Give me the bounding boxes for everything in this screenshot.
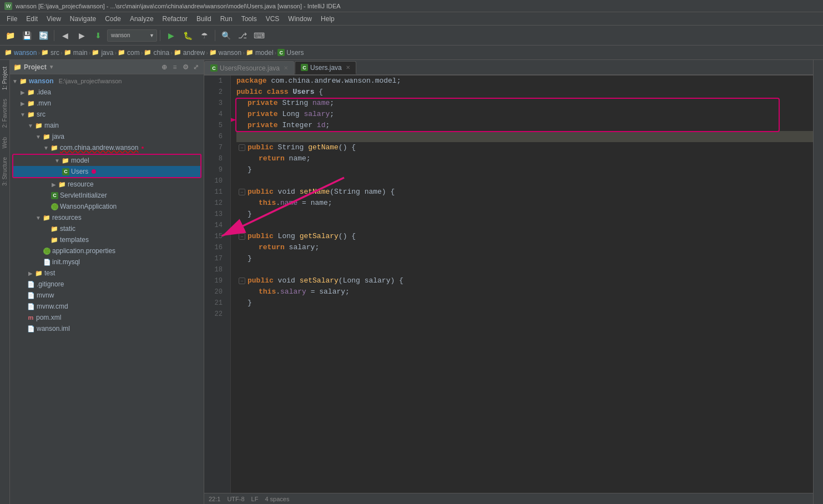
sidebar-tab-structure[interactable]: 3: Structure [1, 153, 9, 190]
tree-wanson-iml[interactable]: ▶ 📄 wanson.iml [10, 323, 204, 334]
bc-src[interactable]: 📁 src [41, 49, 59, 57]
bc-wanson[interactable]: 📁 wanson [4, 49, 37, 57]
code-line-22[interactable] [236, 309, 813, 320]
tree-mvnw-cmd[interactable]: ▶ 📄 mvnw.cmd [10, 301, 204, 312]
code-line-17[interactable]: } [236, 253, 813, 264]
code-line-2[interactable]: public class Users { [236, 87, 813, 98]
code-line-11[interactable]: − public void setName(String name) { [236, 187, 813, 198]
code-line-7[interactable]: − public String getName() { [236, 142, 813, 153]
tree-mvnw[interactable]: ▶ 📄 mvnw [10, 290, 204, 301]
sidebar-tab-web[interactable]: Web [1, 133, 9, 153]
tree-test[interactable]: ▶ 📁 test [10, 268, 204, 279]
tree-gitignore[interactable]: ▶ 📄 .gitignore [10, 279, 204, 290]
tree-root-wanson[interactable]: ▼ 📁 wanson E:\java_project\wanson [10, 75, 204, 87]
terminal-icon[interactable]: ⌨ [251, 28, 267, 43]
tree-src[interactable]: ▼ 📁 src [10, 109, 204, 120]
code-line-5[interactable]: private Integer id; [236, 120, 813, 131]
tree-java[interactable]: ▼ 📁 java [10, 131, 204, 142]
menu-view[interactable]: View [42, 12, 65, 25]
run-icon[interactable]: ▶ [163, 28, 179, 43]
tab-usersresource-close[interactable]: ✕ [284, 65, 288, 71]
bc-com[interactable]: 📁 com [118, 49, 140, 57]
app-icon: W [4, 2, 12, 10]
menu-window[interactable]: Window [284, 12, 316, 25]
code-line-3[interactable]: private String name; [236, 98, 813, 109]
tree-idea[interactable]: ▶ 📁 .idea [10, 87, 204, 98]
tree-main[interactable]: ▼ 📁 main [10, 120, 204, 131]
forward-icon[interactable]: ▶ [74, 28, 89, 43]
build-icon[interactable]: ⬇ [90, 28, 106, 43]
tree-package[interactable]: ▼ 📁 com.china.andrew.wanson [10, 142, 204, 153]
search-icon[interactable]: 🔍 [218, 28, 234, 43]
settings-icon[interactable]: ⚙ [181, 63, 190, 72]
expand-icon[interactable]: ⤢ [191, 63, 200, 72]
debug-icon[interactable]: 🐛 [180, 28, 195, 43]
bc-model[interactable]: 📁 model [246, 49, 274, 57]
tree-templates[interactable]: ▶ 📁 templates [10, 234, 204, 245]
sidebar-tab-favorites[interactable]: 2: Favorites [1, 94, 9, 132]
fold-19[interactable]: − [239, 278, 245, 284]
fold-11[interactable]: − [239, 189, 245, 195]
tab-users-close[interactable]: ✕ [346, 64, 350, 70]
tree-model[interactable]: ▼ 📁 model [13, 155, 200, 166]
project-icon[interactable]: 📁 [2, 28, 18, 43]
code-line-19[interactable]: − public void setSalary(Long salary) { [236, 275, 813, 286]
code-line-10[interactable] [236, 175, 813, 187]
menu-run[interactable]: Run [216, 12, 237, 25]
fold-15[interactable]: − [239, 233, 245, 240]
fold-7[interactable]: − [239, 144, 245, 151]
code-line-9[interactable]: } [236, 164, 813, 175]
code-line-13[interactable]: } [236, 209, 813, 220]
code-line-4[interactable]: private Long salary; [236, 109, 813, 120]
code-area[interactable]: package com.china.andrew.wanson.model; p… [231, 75, 813, 493]
code-line-18[interactable] [236, 264, 813, 275]
menu-analyze[interactable]: Analyze [125, 12, 158, 25]
code-line-14[interactable] [236, 220, 813, 231]
code-line-1[interactable]: package com.china.andrew.wanson.model; [236, 75, 813, 87]
code-line-6[interactable] [236, 131, 813, 142]
menu-help[interactable]: Help [316, 12, 339, 25]
tab-usersresource[interactable]: C UsersResource.java ✕ [204, 61, 294, 74]
bc-andrew[interactable]: 📁 andrew [174, 49, 205, 57]
tree-app-properties[interactable]: 🌿 application.properties [10, 245, 204, 256]
tree-users[interactable]: C Users [13, 166, 200, 177]
code-line-8[interactable]: return name; [236, 153, 813, 164]
menu-code[interactable]: Code [100, 12, 125, 25]
bc-users[interactable]: C Users [277, 49, 304, 57]
menu-navigate[interactable]: Navigate [65, 12, 100, 25]
menu-refactor[interactable]: Refactor [158, 12, 192, 25]
project-dropdown[interactable]: ▼ [49, 64, 54, 70]
menu-edit[interactable]: Edit [22, 12, 42, 25]
tree-resource[interactable]: ▶ 📁 resource [10, 179, 204, 190]
code-line-16[interactable]: return salary; [236, 242, 813, 253]
coverage-icon[interactable]: ☂ [196, 28, 212, 43]
git-icon[interactable]: ⎇ [235, 28, 250, 43]
menu-vcs[interactable]: VCS [261, 12, 284, 25]
code-line-15[interactable]: − public Long getSalary() { [236, 231, 813, 242]
tree-mvn[interactable]: ▶ 📁 .mvn [10, 98, 204, 109]
tree-servlet-initializer[interactable]: C ServletInitializer [10, 190, 204, 201]
code-line-21[interactable]: } [236, 298, 813, 309]
bc-china[interactable]: 📁 china [144, 49, 169, 57]
menu-build[interactable]: Build [192, 12, 216, 25]
save-icon[interactable]: 💾 [19, 28, 34, 43]
tree-static[interactable]: ▶ 📁 static [10, 223, 204, 234]
menu-file[interactable]: File [2, 12, 22, 25]
code-line-12[interactable]: this.name = name; [236, 198, 813, 209]
tab-users[interactable]: C Users.java ✕ [295, 61, 356, 74]
sync-icon[interactable]: 🔄 [36, 28, 51, 43]
bc-java[interactable]: 📁 java [92, 49, 113, 57]
code-line-20[interactable]: this.salary = salary; [236, 286, 813, 298]
sidebar-tab-project[interactable]: 1: Project [1, 62, 9, 94]
tree-init-mysql[interactable]: 📄 init.mysql [10, 256, 204, 268]
back-icon[interactable]: ◀ [57, 28, 73, 43]
tree-wanson-application[interactable]: 🌿 WansonApplication [10, 201, 204, 212]
collapse-icon[interactable]: ≡ [170, 63, 179, 72]
config-dropdown[interactable]: wanson ▼ [107, 29, 157, 42]
locate-icon[interactable]: ⊕ [160, 63, 169, 72]
tree-resources[interactable]: ▼ 📁 resources [10, 212, 204, 223]
bc-main[interactable]: 📁 main [64, 49, 88, 57]
menu-tools[interactable]: Tools [237, 12, 261, 25]
bc-wanson2[interactable]: 📁 wanson [209, 49, 241, 57]
tree-pom[interactable]: ▶ m pom.xml [10, 312, 204, 323]
